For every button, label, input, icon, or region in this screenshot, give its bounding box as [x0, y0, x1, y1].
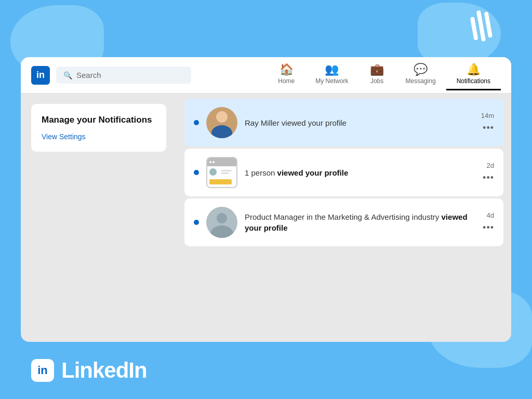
- sidebar-title: Manage your Notifications: [42, 114, 156, 126]
- home-label: Home: [278, 77, 295, 85]
- notif-meta: 14m •••: [481, 112, 494, 134]
- notif-timestamp: 14m: [481, 112, 494, 119]
- avatar-profile-dot: [212, 161, 215, 163]
- notif-timestamp: 4d: [487, 211, 494, 219]
- sidebar-card: Manage your Notifications View Settings: [31, 104, 166, 152]
- notif-unread-dot: [194, 170, 199, 175]
- main-container: in 🔍 Search 🏠 Home 👥 My Network 💼 Jobs 💬…: [21, 57, 511, 342]
- notifications-icon: 🔔: [467, 64, 481, 75]
- notif-unread-dot: [194, 120, 199, 125]
- notif-text: Product Manager in the Marketing & Adver…: [245, 211, 475, 233]
- my-network-icon: 👥: [325, 64, 339, 75]
- notification-item-1[interactable]: Ray Miller viewed your profile 14m •••: [184, 99, 503, 147]
- notif-text-bold: viewed your profile: [277, 168, 349, 177]
- jobs-icon: 💼: [370, 64, 384, 75]
- search-icon: 🔍: [63, 71, 72, 79]
- avatar-profile-icon: [206, 157, 237, 188]
- messaging-icon: 💬: [414, 64, 428, 75]
- notifications-label: Notifications: [457, 77, 490, 85]
- my-network-label: My Network: [315, 77, 348, 85]
- footer: in LinkedIn: [0, 342, 532, 399]
- footer-logo-icon: in: [31, 359, 54, 382]
- sidebar: Manage your Notifications View Settings: [21, 94, 177, 342]
- notif-more-button[interactable]: •••: [483, 172, 494, 183]
- avatar-profile-header: [207, 158, 236, 166]
- avatar-profile-line-short: [221, 172, 229, 174]
- search-bar[interactable]: 🔍 Search: [56, 66, 191, 84]
- notif-meta: 2d •••: [483, 162, 494, 183]
- footer-logo: in LinkedIn: [31, 358, 147, 383]
- nav-item-messaging[interactable]: 💬 Messaging: [395, 60, 446, 90]
- notif-text-plain: Product Manager in the Marketing & Adver…: [245, 212, 442, 221]
- home-icon: 🏠: [280, 64, 294, 75]
- avatar-profile-bar: [209, 179, 232, 184]
- notif-timestamp: 2d: [487, 162, 494, 169]
- notif-text-plain: Ray Miller viewed your profile: [245, 118, 347, 127]
- notification-item-3[interactable]: Product Manager in the Marketing & Adver…: [184, 198, 503, 246]
- avatar-profile-dot: [209, 161, 211, 163]
- notif-meta: 4d •••: [483, 211, 494, 233]
- avatar-person: [206, 107, 237, 138]
- navbar: in 🔍 Search 🏠 Home 👥 My Network 💼 Jobs 💬…: [21, 57, 511, 94]
- notifications-list: Ray Miller viewed your profile 14m •••: [177, 94, 511, 342]
- avatar-anonymous: [206, 207, 237, 238]
- notification-item-2[interactable]: 1 person viewed your profile 2d •••: [184, 149, 503, 196]
- messaging-label: Messaging: [406, 77, 436, 85]
- avatar-profile-body: [207, 166, 236, 187]
- linkedin-logo: in: [31, 66, 50, 85]
- view-settings-link[interactable]: View Settings: [42, 132, 86, 141]
- notif-text: 1 person viewed your profile: [245, 167, 475, 178]
- notif-more-button[interactable]: •••: [483, 222, 494, 233]
- avatar-profile-line: [221, 170, 232, 171]
- nav-item-jobs[interactable]: 💼 Jobs: [359, 60, 395, 90]
- search-input[interactable]: Search: [76, 71, 101, 79]
- nav-item-my-network[interactable]: 👥 My Network: [305, 60, 358, 90]
- avatar-profile-pic: [209, 168, 217, 176]
- footer-brand-name: LinkedIn: [61, 358, 147, 383]
- nav-item-notifications[interactable]: 🔔 Notifications: [446, 60, 501, 90]
- nav-item-home[interactable]: 🏠 Home: [268, 60, 305, 90]
- notif-text: Ray Miller viewed your profile: [245, 117, 474, 128]
- notif-unread-dot: [194, 220, 199, 225]
- notif-text-plain: 1 person: [245, 168, 277, 177]
- notif-more-button[interactable]: •••: [483, 123, 494, 134]
- nav-items: 🏠 Home 👥 My Network 💼 Jobs 💬 Messaging 🔔…: [268, 60, 501, 90]
- content-area: Manage your Notifications View Settings …: [21, 94, 511, 342]
- jobs-label: Jobs: [370, 77, 383, 85]
